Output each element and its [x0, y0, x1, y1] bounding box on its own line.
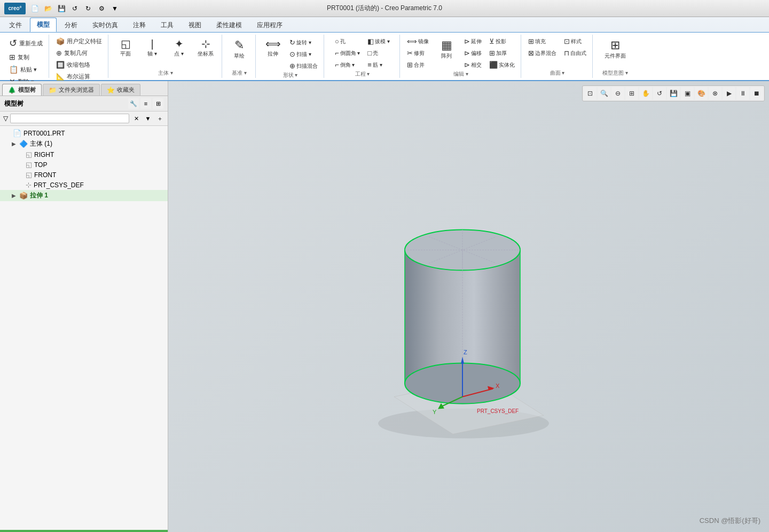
btn-revolve[interactable]: ↻旋转 ▾	[287, 37, 320, 48]
tree-item-extrude1[interactable]: ▶ 📦 拉伸 1	[0, 190, 168, 201]
btn-copy-geo[interactable]: ⊕复制几何	[53, 47, 90, 59]
search-down-btn[interactable]: ▼	[143, 114, 153, 123]
panel-tab-favorites[interactable]: ⭐ 收藏夹	[101, 84, 140, 96]
btn-shrinkwrap[interactable]: 🔲收缩包络	[53, 59, 93, 70]
btn-extend[interactable]: ⊳延伸	[461, 36, 484, 47]
btn-chamfer[interactable]: ⌐倒角 ▾	[332, 59, 363, 70]
tree-item-csys[interactable]: ⊹ PRT_CSYS_DEF	[0, 180, 168, 190]
btn-copy[interactable]: ⊞复制	[6, 51, 38, 63]
tab-flex[interactable]: 柔性建模	[209, 18, 249, 32]
open-button[interactable]: 📂	[42, 3, 54, 14]
more-button[interactable]: ▼	[109, 3, 121, 14]
btn-sweep[interactable]: ⊙扫描 ▾	[287, 49, 320, 60]
btn-project[interactable]: ⊻投影	[486, 36, 517, 47]
tree-item-top[interactable]: ◱ TOP	[0, 160, 168, 170]
btn-extrude[interactable]: ⟺拉伸	[260, 36, 286, 60]
btn-trim[interactable]: ✂修剪	[404, 47, 431, 59]
btn-component-interface[interactable]: ⊞ 元件界面	[601, 36, 630, 62]
btn-boundary-blend[interactable]: ⊠边界混合	[525, 47, 559, 59]
group-engineering: ○孔 ⌐倒圆角 ▾ ⌐倒角 ▾ ◧拔模 ▾ □壳	[325, 35, 400, 78]
tree-item-prt[interactable]: 📄 PRT0001.PRT	[0, 128, 168, 138]
btn-blend[interactable]: ⊕扫描混合	[287, 60, 320, 72]
tab-annotate[interactable]: 注释	[126, 18, 153, 32]
vp-appearance[interactable]: 🎨	[695, 87, 708, 100]
tree-item-body[interactable]: ▶ 🔷 主体 (1)	[0, 138, 168, 149]
tab-apps[interactable]: 应用程序	[250, 18, 289, 32]
csys-label: PRT_CSYS_DEF	[34, 181, 84, 189]
btn-freestyle[interactable]: ⊓自由式	[561, 47, 589, 59]
tree-item-right[interactable]: ◱ RIGHT	[0, 149, 168, 160]
vp-zoom-out[interactable]: ⊖	[611, 87, 624, 100]
btn-point[interactable]: ✦点 ▾	[166, 36, 192, 60]
vp-save-view[interactable]: 💾	[667, 87, 680, 100]
window-title: PRT0001 (活动的) - Creo Parametric 7.0	[327, 4, 442, 13]
btn-boolean[interactable]: 📐布尔运算	[53, 71, 93, 82]
tree-columns-btn[interactable]: ≡	[140, 98, 151, 109]
vp-zoom-in[interactable]: 🔍	[598, 87, 610, 100]
viewport[interactable]: ⊡ 🔍 ⊖ ⊞ ✋ ↺ 💾 ▣ 🎨 ⊗ ▶ ⏸ ⏹	[168, 81, 769, 532]
btn-csys[interactable]: ⊹坐标系	[193, 36, 218, 60]
vp-reset[interactable]: ↺	[653, 87, 666, 100]
csys-label-3d: PRT_CSYS_DEF	[477, 408, 519, 414]
vp-pan[interactable]: ✋	[639, 87, 652, 100]
btn-offset[interactable]: ⊳偏移	[461, 47, 484, 59]
btn-shell[interactable]: □壳	[365, 47, 393, 59]
redo-button[interactable]: ↻	[82, 3, 94, 14]
favorites-icon: ⭐	[107, 86, 115, 94]
btn-sketch[interactable]: ✎ 草绘	[226, 36, 252, 62]
group-label-datum: 基准 ▾	[232, 69, 247, 77]
btn-solidify[interactable]: ⬛实体化	[486, 59, 517, 70]
btn-plane[interactable]: ◱平面	[113, 36, 138, 60]
filter-icon: ▽	[3, 115, 8, 122]
btn-axis[interactable]: |轴 ▾	[139, 36, 165, 60]
btn-udf[interactable]: 📦用户定义特征	[53, 36, 105, 47]
tree-item-front[interactable]: ◱ FRONT	[0, 170, 168, 180]
btn-paste[interactable]: 📋粘贴 ▾	[6, 63, 40, 75]
tab-analysis[interactable]: 分析	[58, 18, 84, 32]
btn-rib[interactable]: ≡筋 ▾	[365, 59, 393, 70]
tree-expand-btn[interactable]: ⊞	[153, 98, 163, 109]
btn-merge[interactable]: ⊞合并	[404, 59, 431, 70]
panel-tab-tree[interactable]: 🌲 模型树	[2, 84, 42, 96]
vp-named-view[interactable]: ▣	[681, 87, 694, 100]
clear-search-btn[interactable]: ✕	[131, 114, 141, 123]
btn-fill[interactable]: ⊞填充	[525, 36, 559, 47]
tree-settings-btn[interactable]: 🔧	[128, 98, 139, 109]
vp-more1[interactable]: ▶	[723, 87, 735, 100]
3d-model-view: Z X Y PRT_CSYS_DEF	[346, 167, 592, 446]
group-datum: ✎ 草绘 基准 ▾	[223, 35, 256, 78]
csys-icon: ⊹	[26, 181, 32, 189]
y-label: Y	[433, 408, 437, 415]
btn-thicken[interactable]: ⊞加厚	[486, 47, 517, 59]
body-label: 主体 (1)	[30, 139, 52, 148]
undo-button[interactable]: ↺	[69, 3, 81, 14]
btn-intersect[interactable]: ⊳相交	[461, 59, 484, 70]
btn-draft[interactable]: ◧拔模 ▾	[365, 36, 393, 47]
btn-pattern[interactable]: ▦ 阵列	[434, 36, 459, 62]
tab-file[interactable]: 文件	[2, 18, 29, 32]
tab-simulation[interactable]: 实时仿真	[85, 18, 125, 32]
btn-mirror[interactable]: ⟺镜像	[404, 36, 431, 47]
btn-hole[interactable]: ○孔	[332, 36, 363, 47]
tab-model[interactable]: 模型	[30, 18, 57, 32]
cylinder-svg: Z X Y PRT_CSYS_DEF	[346, 167, 592, 444]
vp-more2[interactable]: ⏸	[736, 87, 749, 100]
save-button[interactable]: 💾	[56, 3, 67, 14]
front-plane-icon: ◱	[26, 171, 32, 179]
panel-tab-tree-label: 模型树	[18, 86, 36, 94]
add-filter-btn[interactable]: ＋	[155, 114, 164, 123]
tab-tools[interactable]: 工具	[154, 18, 181, 32]
tab-view[interactable]: 视图	[182, 18, 208, 32]
new-button[interactable]: 📄	[29, 3, 41, 14]
vp-region-zoom[interactable]: ⊞	[625, 87, 638, 100]
vp-zoom-fit[interactable]: ⊡	[584, 87, 597, 100]
prt-icon: 📄	[13, 129, 21, 137]
panel-tab-browser[interactable]: 📁 文件夹浏览器	[43, 84, 100, 96]
vp-more3[interactable]: ⏹	[750, 87, 763, 100]
btn-style[interactable]: ⊡样式	[561, 36, 589, 47]
btn-round[interactable]: ⌐倒圆角 ▾	[332, 47, 363, 59]
btn-regenerate[interactable]: ↺重新生成	[6, 36, 45, 51]
settings-button[interactable]: ⚙	[96, 3, 107, 14]
vp-section[interactable]: ⊗	[709, 87, 721, 100]
tree-search-input[interactable]	[10, 114, 129, 123]
